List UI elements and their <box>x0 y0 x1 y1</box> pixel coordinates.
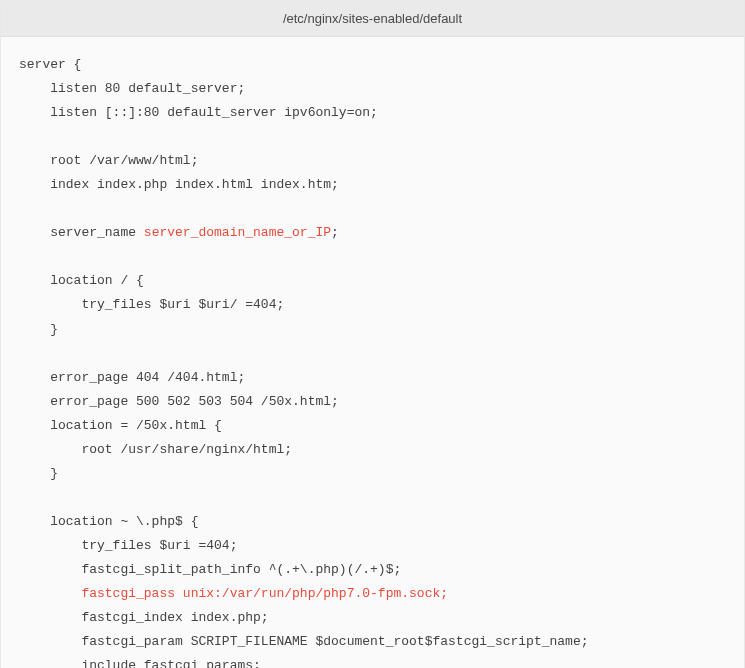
code-highlight-fastcgi-pass: fastcgi_pass unix:/var/run/php/php7.0-fp… <box>19 586 448 601</box>
code-line: index index.php index.html index.htm; <box>19 177 339 192</box>
code-block: /etc/nginx/sites-enabled/default server … <box>0 0 745 668</box>
code-line: try_files $uri =404; <box>19 538 237 553</box>
code-line: } <box>19 466 58 481</box>
code-line: root /var/www/html; <box>19 153 198 168</box>
code-line: fastcgi_split_path_info ^(.+\.php)(/.+)$… <box>19 562 401 577</box>
code-line: include fastcgi_params; <box>19 658 261 668</box>
code-line: } <box>19 322 58 337</box>
code-line: fastcgi_param SCRIPT_FILENAME $document_… <box>19 634 589 649</box>
code-line: fastcgi_index index.php; <box>19 610 269 625</box>
code-line: listen [::]:80 default_server ipv6only=o… <box>19 105 378 120</box>
code-content: server { listen 80 default_server; liste… <box>1 37 744 668</box>
code-line: server { <box>19 57 81 72</box>
code-line: try_files $uri $uri/ =404; <box>19 297 284 312</box>
code-line: location ~ \.php$ { <box>19 514 198 529</box>
file-path-header: /etc/nginx/sites-enabled/default <box>1 1 744 37</box>
code-line: ; <box>331 225 339 240</box>
code-line: location = /50x.html { <box>19 418 222 433</box>
code-line: location / { <box>19 273 144 288</box>
code-line: root /usr/share/nginx/html; <box>19 442 292 457</box>
code-highlight-server-name: server_domain_name_or_IP <box>144 225 331 240</box>
code-line: server_name <box>19 225 144 240</box>
code-line: error_page 404 /404.html; <box>19 370 245 385</box>
code-line: listen 80 default_server; <box>19 81 245 96</box>
code-line: error_page 500 502 503 504 /50x.html; <box>19 394 339 409</box>
